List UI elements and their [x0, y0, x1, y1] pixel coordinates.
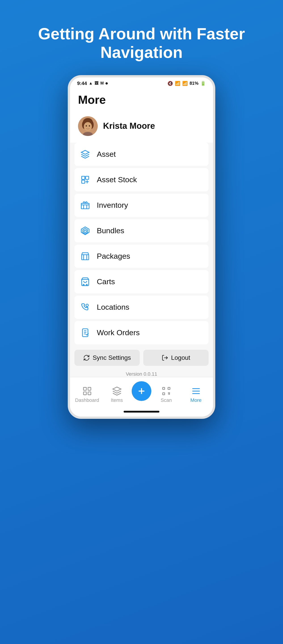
- home-bar: [124, 411, 160, 412]
- user-profile[interactable]: Krista Moore: [70, 111, 213, 143]
- asset-stock-icon: [80, 174, 90, 185]
- svg-rect-38: [168, 387, 170, 389]
- svg-marker-17: [84, 230, 86, 232]
- user-name: Krista Moore: [103, 121, 155, 131]
- status-right-icons: 🔇 📶 📶 81% 🔋: [168, 81, 206, 86]
- svg-rect-26: [82, 329, 88, 336]
- menu-label-packages: Packages: [97, 252, 130, 260]
- hero-section: Getting Around with Faster Navigation: [0, 0, 283, 75]
- work-orders-icon: [80, 327, 90, 338]
- sync-settings-button[interactable]: Sync Settings: [74, 350, 140, 366]
- tab-dashboard[interactable]: Dashboard: [72, 386, 102, 403]
- tab-items-label: Items: [111, 397, 123, 403]
- svg-rect-8: [82, 176, 85, 179]
- bundles-icon: [80, 226, 90, 236]
- svg-rect-37: [162, 387, 164, 389]
- tab-dashboard-label: Dashboard: [75, 397, 99, 403]
- svg-rect-33: [84, 392, 86, 395]
- home-indicator: [70, 408, 213, 416]
- svg-rect-11: [81, 203, 89, 209]
- svg-point-4: [84, 122, 92, 131]
- status-dot: [106, 82, 108, 84]
- menu-label-asset: Asset: [97, 150, 116, 158]
- menu-label-inventory: Inventory: [97, 201, 128, 210]
- locations-icon: [80, 302, 90, 312]
- menu-label-work-orders: Work Orders: [97, 328, 140, 337]
- sync-settings-label: Sync Settings: [92, 354, 131, 361]
- carts-icon: [80, 276, 90, 287]
- svg-marker-16: [83, 228, 88, 234]
- status-time-area: 9:44 ▲ 🖼 M: [77, 80, 108, 86]
- status-time: 9:44: [77, 80, 87, 86]
- svg-rect-12: [81, 203, 89, 205]
- svg-point-22: [83, 284, 84, 285]
- battery-text: 81%: [190, 81, 198, 86]
- tab-items[interactable]: Items: [102, 386, 132, 403]
- battery-icon: 🔋: [200, 81, 206, 86]
- menu-item-locations[interactable]: Locations: [74, 296, 208, 319]
- menu-label-locations: Locations: [97, 303, 130, 312]
- svg-point-24: [86, 304, 88, 306]
- mute-icon: 🔇: [168, 81, 173, 86]
- menu-label-asset-stock: Asset Stock: [97, 175, 137, 184]
- logout-label: Logout: [171, 354, 190, 361]
- hero-title: Getting Around with Faster Navigation: [0, 24, 283, 62]
- packages-icon: [80, 251, 90, 262]
- svg-point-23: [86, 284, 87, 285]
- svg-rect-18: [82, 255, 89, 260]
- status-icon-2: 🖼: [94, 81, 98, 86]
- svg-point-6: [89, 125, 90, 126]
- status-bar: 9:44 ▲ 🖼 M 🔇 📶 📶 81% 🔋: [70, 77, 213, 88]
- status-icon-1: ▲: [89, 81, 93, 86]
- tab-bar: Dashboard Items Scan: [70, 377, 213, 408]
- tab-scan-label: Scan: [160, 397, 172, 403]
- wifi-icon: 📶: [175, 81, 180, 86]
- svg-rect-34: [88, 392, 91, 395]
- menu-item-packages[interactable]: Packages: [74, 245, 208, 268]
- inventory-icon: [80, 200, 90, 211]
- menu-item-bundles[interactable]: Bundles: [74, 219, 208, 242]
- menu-label-carts: Carts: [97, 277, 115, 286]
- phone-mockup: 9:44 ▲ 🖼 M 🔇 📶 📶 81% 🔋 More: [68, 75, 215, 419]
- bottom-actions: Sync Settings Logout: [70, 344, 213, 370]
- svg-point-5: [86, 125, 87, 126]
- logout-button[interactable]: Logout: [143, 350, 208, 366]
- svg-rect-9: [86, 176, 89, 179]
- tab-more[interactable]: More: [181, 386, 211, 403]
- menu-item-asset[interactable]: Asset: [74, 143, 208, 166]
- menu-list: Asset Asset Stock: [70, 143, 213, 344]
- status-icon-3: M: [100, 81, 104, 86]
- tab-scan[interactable]: Scan: [151, 386, 181, 403]
- menu-item-work-orders[interactable]: Work Orders: [74, 321, 208, 344]
- signal-icon: 📶: [182, 81, 188, 86]
- tab-more-label: More: [190, 397, 202, 403]
- menu-item-asset-stock[interactable]: Asset Stock: [74, 168, 208, 192]
- svg-rect-31: [84, 387, 86, 390]
- menu-item-inventory[interactable]: Inventory: [74, 194, 208, 217]
- page-title: More: [70, 88, 213, 111]
- svg-rect-39: [162, 393, 164, 395]
- svg-rect-32: [88, 387, 91, 390]
- svg-rect-10: [82, 180, 85, 183]
- tab-fab-button[interactable]: [132, 381, 151, 401]
- version-text: Version 0.0.11: [70, 370, 213, 377]
- menu-item-carts[interactable]: Carts: [74, 270, 208, 294]
- menu-label-bundles: Bundles: [97, 226, 124, 235]
- asset-icon: [80, 149, 90, 160]
- avatar: [78, 116, 98, 136]
